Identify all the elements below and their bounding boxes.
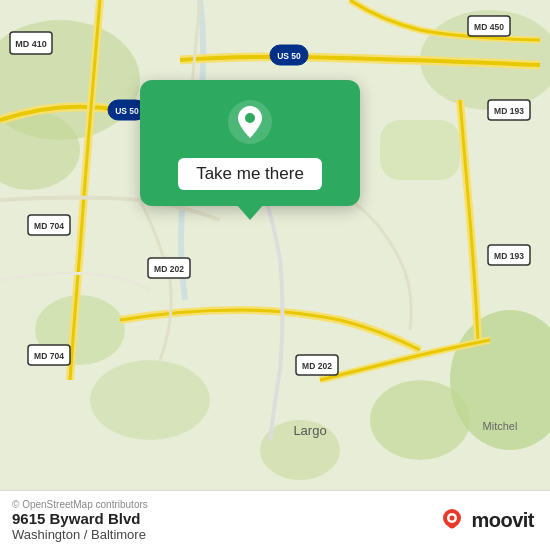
svg-text:MD 450: MD 450 bbox=[474, 22, 504, 32]
popup-card[interactable]: Take me there bbox=[140, 80, 360, 206]
address-section: © OpenStreetMap contributors 9615 Byward… bbox=[12, 499, 148, 542]
map-svg: MD 410 US 50 US 50 MD 704 MD 202 MD 704 … bbox=[0, 0, 550, 490]
svg-point-5 bbox=[370, 380, 470, 460]
svg-text:MD 193: MD 193 bbox=[494, 251, 524, 261]
svg-rect-9 bbox=[380, 120, 460, 180]
take-me-there-button[interactable]: Take me there bbox=[178, 158, 322, 190]
svg-point-34 bbox=[450, 515, 455, 520]
svg-text:MD 704: MD 704 bbox=[34, 351, 64, 361]
location-pin-icon bbox=[226, 98, 274, 146]
svg-point-6 bbox=[90, 360, 210, 440]
copyright-text: © OpenStreetMap contributors bbox=[12, 499, 148, 510]
svg-text:MD 202: MD 202 bbox=[302, 361, 332, 371]
largo-label: Largo bbox=[293, 423, 326, 438]
md410-label: MD 410 bbox=[15, 39, 47, 49]
svg-text:MD 193: MD 193 bbox=[494, 106, 524, 116]
svg-text:MD 704: MD 704 bbox=[34, 221, 64, 231]
mitchel-label: Mitchel bbox=[483, 420, 518, 432]
moovit-logo: moovit bbox=[437, 506, 534, 536]
svg-point-30 bbox=[245, 113, 255, 123]
map-container: MD 410 US 50 US 50 MD 704 MD 202 MD 704 … bbox=[0, 0, 550, 490]
moovit-text: moovit bbox=[471, 509, 534, 532]
moovit-icon bbox=[437, 506, 467, 536]
city-text: Washington / Baltimore bbox=[12, 527, 148, 542]
svg-text:US 50: US 50 bbox=[115, 106, 139, 116]
svg-text:MD 202: MD 202 bbox=[154, 264, 184, 274]
bottom-bar: © OpenStreetMap contributors 9615 Byward… bbox=[0, 490, 550, 550]
svg-text:US 50: US 50 bbox=[277, 51, 301, 61]
address-text: 9615 Byward Blvd bbox=[12, 510, 148, 527]
